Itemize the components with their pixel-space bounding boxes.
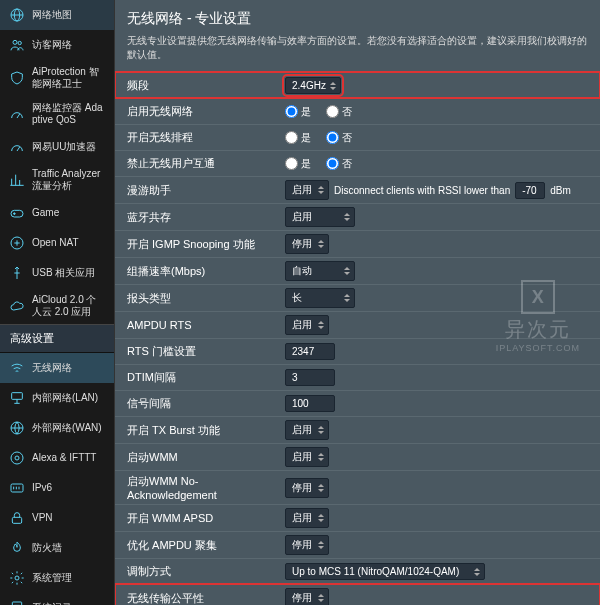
svg-rect-6 — [12, 393, 23, 400]
people-icon — [8, 36, 26, 54]
sidebar-item-label: AiProtection 智能网络卫士 — [32, 66, 106, 90]
select-modulation[interactable]: Up to MCS 11 (NitroQAM/1024-QAM) — [285, 563, 485, 580]
radio-sched-yes[interactable]: 是 — [285, 131, 311, 145]
svg-point-8 — [11, 452, 23, 464]
input-rts[interactable] — [285, 343, 335, 360]
sidebar-item[interactable]: 网易UU加速器 — [0, 132, 114, 162]
select-wmm[interactable]: 启用 — [285, 447, 329, 467]
sidebar-item-label: AiCloud 2.0 个人云 2.0 应用 — [32, 294, 106, 318]
sidebar-item[interactable]: Game — [0, 198, 114, 228]
row-modulation: 调制方式 Up to MCS 11 (NitroQAM/1024-QAM) — [115, 558, 600, 584]
svg-rect-4 — [11, 210, 23, 217]
section-header-advanced: 高级设置 — [0, 324, 114, 353]
input-roaming-thresh[interactable] — [515, 182, 545, 199]
input-beacon[interactable] — [285, 395, 335, 412]
select-igmp[interactable]: 停用 — [285, 234, 329, 254]
radio-block-yes[interactable]: 是 — [285, 157, 311, 171]
radio-enable-radio-no[interactable]: 否 — [326, 105, 352, 119]
label-band: 频段 — [115, 78, 285, 93]
globe-icon — [8, 6, 26, 24]
sidebar-item[interactable]: 系统记录 — [0, 593, 114, 605]
input-dtim[interactable] — [285, 369, 335, 386]
usb-icon — [8, 264, 26, 282]
sidebar-item-label: USB 相关应用 — [32, 267, 106, 279]
page-title: 无线网络 - 专业设置 — [115, 0, 600, 34]
select-wmmna[interactable]: 停用 — [285, 478, 329, 498]
row-wmmna: 启动WMM No-Acknowledgement 停用 — [115, 470, 600, 504]
sidebar-item[interactable]: 外部网络(WAN) — [0, 413, 114, 443]
sidebar-item-label: Game — [32, 207, 106, 219]
select-roaming[interactable]: 启用 — [285, 180, 329, 200]
sidebar: 网络地图访客网络AiProtection 智能网络卫士网络监控器 Adaptiv… — [0, 0, 115, 605]
sidebar-item-label: 内部网络(LAN) — [32, 392, 106, 404]
sidebar-item-label: IPv6 — [32, 482, 106, 494]
row-airtime: 无线传输公平性 停用 — [115, 584, 600, 605]
radio-enable-radio-yes[interactable]: 是 — [285, 105, 311, 119]
select-ampdu-agg[interactable]: 停用 — [285, 535, 329, 555]
sidebar-item[interactable]: USB 相关应用 — [0, 258, 114, 288]
meter-icon — [8, 105, 26, 123]
vpn-icon — [8, 509, 26, 527]
sidebar-item[interactable]: 网络地图 — [0, 0, 114, 30]
wifi-icon — [8, 359, 26, 377]
sidebar-item[interactable]: Alexa & IFTTT — [0, 443, 114, 473]
radio-block-no[interactable]: 否 — [326, 157, 352, 171]
sidebar-item-label: 无线网络 — [32, 362, 106, 374]
sidebar-item[interactable]: IPv6 — [0, 473, 114, 503]
sidebar-item-label: 系统管理 — [32, 572, 106, 584]
row-ampdu: AMPDU RTS 启用 — [115, 311, 600, 338]
roaming-unit: dBm — [550, 185, 571, 196]
row-dtim: DTIM间隔 — [115, 364, 600, 390]
radio-sched-no[interactable]: 否 — [326, 131, 352, 145]
sidebar-item[interactable]: 访客网络 — [0, 30, 114, 60]
sidebar-item[interactable]: 无线网络 — [0, 353, 114, 383]
ipv6-icon — [8, 479, 26, 497]
sidebar-item-label: VPN — [32, 512, 106, 524]
select-txburst[interactable]: 启用 — [285, 420, 329, 440]
gamepad-icon — [8, 204, 26, 222]
sidebar-item[interactable]: Traffic Analyzer 流量分析 — [0, 162, 114, 198]
main-panel: 无线网络 - 专业设置 无线专业设置提供您无线网络传输与效率方面的设置。若您没有… — [115, 0, 600, 605]
row-txburst: 开启 TX Burst 功能 启用 — [115, 416, 600, 443]
select-mcast[interactable]: 自动 — [285, 261, 355, 281]
chart-icon — [8, 171, 26, 189]
svg-rect-10 — [11, 484, 23, 492]
row-beacon: 信号间隔 — [115, 390, 600, 416]
meter-icon — [8, 138, 26, 156]
sidebar-item[interactable]: 防火墙 — [0, 533, 114, 563]
row-apsd: 开启 WMM APSD 启用 — [115, 504, 600, 531]
row-bt: 蓝牙共存 启用 — [115, 203, 600, 230]
select-bt[interactable]: 启用 — [285, 207, 355, 227]
sidebar-item[interactable]: 系统管理 — [0, 563, 114, 593]
row-preamble: 报头类型 长 — [115, 284, 600, 311]
select-preamble[interactable]: 长 — [285, 288, 355, 308]
select-band[interactable]: 2.4GHz — [285, 77, 341, 94]
select-ampdu[interactable]: 启用 — [285, 315, 329, 335]
sidebar-item-label: 外部网络(WAN) — [32, 422, 106, 434]
svg-point-3 — [18, 41, 21, 44]
roaming-hint: Disconnect clients with RSSI lower than — [334, 185, 510, 196]
fire-icon — [8, 539, 26, 557]
sidebar-item[interactable]: Open NAT — [0, 228, 114, 258]
cloud-icon — [8, 297, 26, 315]
sidebar-item[interactable]: AiCloud 2.0 个人云 2.0 应用 — [0, 288, 114, 324]
svg-point-12 — [15, 576, 19, 580]
row-wmm: 启动WMM 启用 — [115, 443, 600, 470]
nat-icon — [8, 234, 26, 252]
sidebar-item[interactable]: AiProtection 智能网络卫士 — [0, 60, 114, 96]
page-desc: 无线专业设置提供您无线网络传输与效率方面的设置。若您没有选择适合的设置，建议采用… — [115, 34, 600, 72]
sidebar-item[interactable]: 内部网络(LAN) — [0, 383, 114, 413]
sidebar-item[interactable]: VPN — [0, 503, 114, 533]
select-airtime[interactable]: 停用 — [285, 588, 329, 605]
sidebar-item-label: 网易UU加速器 — [32, 141, 106, 153]
select-apsd[interactable]: 启用 — [285, 508, 329, 528]
row-roaming: 漫游助手 启用 Disconnect clients with RSSI low… — [115, 176, 600, 203]
row-mcast: 组播速率(Mbps) 自动 — [115, 257, 600, 284]
row-enable-radio: 启用无线网络 是 否 — [115, 98, 600, 124]
svg-rect-11 — [12, 517, 21, 523]
sidebar-item[interactable]: 网络监控器 Adaptive QoS — [0, 96, 114, 132]
row-igmp: 开启 IGMP Snooping 功能 停用 — [115, 230, 600, 257]
sidebar-item-label: 网络监控器 Adaptive QoS — [32, 102, 106, 126]
sidebar-item-label: Traffic Analyzer 流量分析 — [32, 168, 106, 192]
lan-icon — [8, 389, 26, 407]
